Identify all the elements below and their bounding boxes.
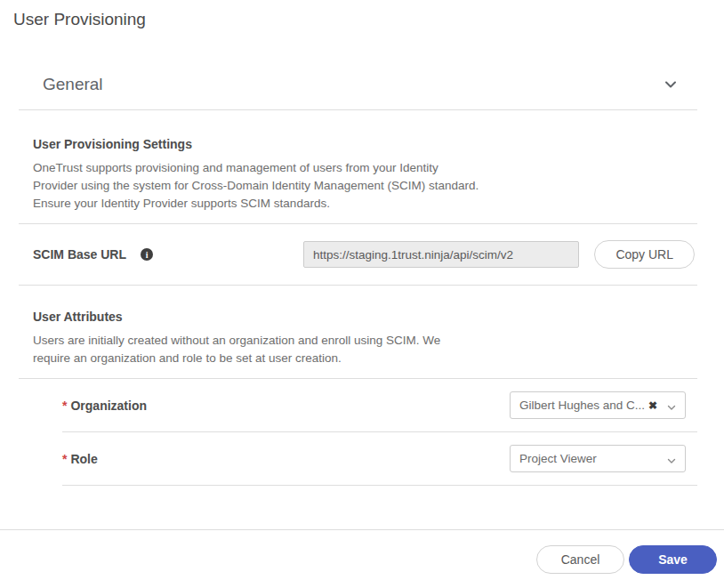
organization-row: *Organization Gilbert Hughes and C... ✖	[19, 379, 697, 431]
user-attributes-description: Users are initially created without an o…	[33, 332, 460, 367]
cancel-button[interactable]: Cancel	[536, 545, 624, 574]
divider	[62, 485, 697, 486]
provisioning-settings-heading: User Provisioning Settings	[33, 137, 697, 151]
copy-url-button[interactable]: Copy URL	[594, 240, 695, 269]
role-row: *Role Project Viewer	[19, 432, 697, 485]
scim-base-url-label: SCIM Base URL	[33, 247, 126, 262]
required-marker: *	[62, 399, 67, 413]
organization-select[interactable]: Gilbert Hughes and C... ✖	[510, 391, 686, 419]
footer-action-bar: Cancel Save	[0, 529, 724, 588]
role-label: *Role	[62, 452, 98, 466]
role-select[interactable]: Project Viewer	[510, 445, 686, 472]
page-title: User Provisioning	[13, 8, 724, 31]
organization-selected-value: Gilbert Hughes and C...	[519, 399, 645, 412]
provisioning-settings-description: OneTrust supports provisioning and manag…	[33, 159, 482, 213]
save-button[interactable]: Save	[629, 545, 717, 574]
general-panel: General User Provisioning Settings OneTr…	[19, 75, 697, 486]
required-marker: *	[62, 452, 67, 466]
chevron-down-icon	[666, 400, 677, 411]
info-icon[interactable]: i	[141, 248, 153, 261]
scim-base-url-input[interactable]	[303, 241, 579, 268]
general-section-title: General	[43, 75, 103, 94]
chevron-down-icon[interactable]	[664, 77, 678, 92]
scim-base-url-row: SCIM Base URL i Copy URL	[19, 224, 697, 286]
chevron-down-icon	[666, 454, 677, 464]
organization-label: *Organization	[62, 399, 147, 413]
clear-selection-icon[interactable]: ✖	[648, 400, 657, 411]
role-selected-value: Project Viewer	[519, 452, 666, 465]
general-section-header[interactable]: General	[19, 75, 697, 110]
user-attributes-heading: User Attributes	[33, 310, 697, 324]
